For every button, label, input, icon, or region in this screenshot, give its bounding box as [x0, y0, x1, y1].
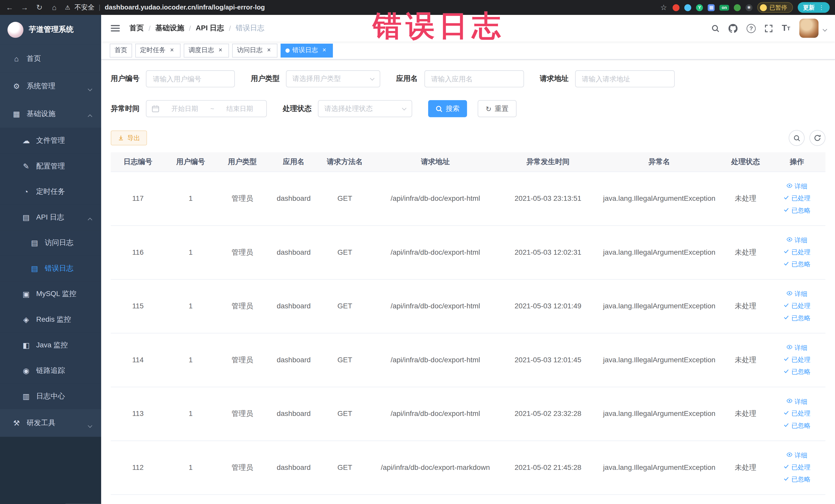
- tab-job-log[interactable]: 调度日志×: [184, 43, 229, 57]
- sidebar-item-infra[interactable]: ▦基础设施: [0, 100, 101, 128]
- search-button[interactable]: 搜索: [428, 100, 467, 117]
- update-button[interactable]: 更新 ⋮: [798, 2, 830, 13]
- sidebar-item-home[interactable]: ⌂首页: [0, 45, 101, 73]
- sidebar-item-mysql[interactable]: ▣MySQL 监控: [0, 281, 101, 307]
- extension-leaf-icon[interactable]: [734, 4, 741, 11]
- breadcrumb-item[interactable]: API 日志: [196, 23, 224, 33]
- breadcrumb-item[interactable]: 首页: [129, 23, 144, 33]
- cell-actions: 详细已处理已忽略: [769, 441, 826, 495]
- sidebar-item-file[interactable]: ☁文件管理: [0, 128, 101, 154]
- cell-user-id: 1: [165, 387, 216, 441]
- close-icon[interactable]: ×: [168, 47, 176, 54]
- mark-ignored-link[interactable]: 已忽略: [771, 312, 823, 324]
- action-label: 已处理: [791, 461, 811, 473]
- extension-on-badge[interactable]: on: [719, 5, 729, 11]
- extension-red-icon[interactable]: [673, 4, 680, 11]
- extension-pin-icon[interactable]: ✱: [746, 4, 752, 11]
- sidebar-item-job[interactable]: ◔定时任务: [0, 179, 101, 205]
- app-name-input[interactable]: [431, 75, 517, 83]
- extension-green-icon[interactable]: Y: [696, 4, 703, 11]
- detail-link[interactable]: 详细: [771, 342, 823, 354]
- search-icon[interactable]: [712, 24, 719, 32]
- action-label: 已处理: [791, 246, 811, 258]
- sidebar-item-log-center[interactable]: ▥日志中心: [0, 384, 101, 409]
- chevron-down-icon[interactable]: [823, 23, 826, 33]
- cell-log-id: 116: [111, 225, 165, 279]
- mark-processed-link[interactable]: 已处理: [771, 408, 823, 420]
- action-label: 已忽略: [791, 420, 811, 431]
- detail-link[interactable]: 详细: [771, 396, 823, 408]
- hamburger-menu-icon[interactable]: [109, 23, 121, 33]
- detail-link[interactable]: 详细: [771, 235, 823, 246]
- check-icon: [783, 461, 789, 473]
- extension-blue-icon[interactable]: [684, 4, 691, 11]
- extension-grid-icon[interactable]: ▦: [708, 4, 715, 11]
- sidebar-item-access-log[interactable]: ▤访问日志: [0, 230, 101, 256]
- sidebar-item-config[interactable]: ✎配置管理: [0, 153, 101, 179]
- action-label: 已处理: [791, 300, 811, 312]
- exception-time-range-picker[interactable]: 开始日期 ~ 结束日期: [146, 100, 267, 117]
- fullscreen-icon[interactable]: [765, 24, 773, 32]
- user-type-select[interactable]: 请选择用户类型: [286, 70, 380, 87]
- sidebar-item-redis[interactable]: ◈Redis 监控: [0, 307, 101, 332]
- mark-processed-link[interactable]: 已处理: [771, 246, 823, 258]
- sidebar-item-label: 首页: [27, 54, 41, 63]
- logo[interactable]: 芋道管理系统: [0, 15, 101, 45]
- user-id-input[interactable]: [153, 75, 228, 83]
- redis-icon: ◈: [21, 315, 31, 324]
- browser-home-icon[interactable]: ⌂: [50, 3, 59, 12]
- cell-status: 未处理: [722, 333, 768, 387]
- mark-ignored-link[interactable]: 已忽略: [771, 204, 823, 216]
- tab-error-log[interactable]: 错误日志×: [281, 43, 333, 57]
- request-url-input[interactable]: [582, 75, 668, 83]
- reload-icon[interactable]: ↻: [35, 3, 44, 12]
- tab-home[interactable]: 首页: [109, 43, 132, 57]
- github-icon[interactable]: [729, 24, 737, 33]
- sidebar-item-java[interactable]: ◧Java 监控: [0, 332, 101, 358]
- table-row: 1131管理员dashboardGET/api/infra/db-doc/exp…: [111, 387, 826, 441]
- mark-ignored-link[interactable]: 已忽略: [771, 366, 823, 378]
- refresh-button[interactable]: [809, 130, 825, 146]
- tab-cron-job[interactable]: 定时任务×: [135, 43, 180, 57]
- help-icon[interactable]: ?: [747, 24, 756, 33]
- sidebar-item-devtools[interactable]: ⚒研发工具: [0, 409, 101, 437]
- reset-button-label: 重置: [495, 104, 509, 114]
- logo-title: 芋道管理系统: [29, 25, 74, 35]
- back-icon[interactable]: ←: [5, 3, 14, 12]
- close-icon[interactable]: ×: [217, 47, 224, 54]
- sidebar-item-label: 文件管理: [36, 136, 65, 145]
- detail-link[interactable]: 详细: [771, 449, 823, 461]
- tab-access-log[interactable]: 访问日志×: [232, 43, 278, 57]
- mark-processed-link[interactable]: 已处理: [771, 354, 823, 366]
- table-row: 1151管理员dashboardGET/api/infra/db-doc/exp…: [111, 279, 826, 333]
- detail-link[interactable]: 详细: [771, 288, 823, 300]
- mark-ignored-link[interactable]: 已忽略: [771, 473, 823, 485]
- breadcrumb-item[interactable]: 基础设施: [155, 23, 184, 33]
- sidebar-item-trace[interactable]: ◉链路追踪: [0, 358, 101, 384]
- sidebar-item-api-log[interactable]: ▤API 日志: [0, 205, 101, 230]
- forward-icon[interactable]: →: [20, 3, 29, 12]
- sidebar-item-system[interactable]: ⚙系统管理: [0, 73, 101, 100]
- kebab-menu-icon[interactable]: ⋮: [819, 4, 824, 11]
- export-button[interactable]: 导出: [111, 130, 147, 145]
- mark-processed-link[interactable]: 已处理: [771, 461, 823, 473]
- close-icon[interactable]: ×: [321, 47, 328, 54]
- close-icon[interactable]: ×: [265, 47, 272, 54]
- detail-link[interactable]: 详细: [771, 181, 823, 193]
- mark-ignored-link[interactable]: 已忽略: [771, 258, 823, 270]
- cell-time: 2021-05-02 23:32:28: [500, 387, 596, 441]
- hide-search-button[interactable]: [789, 130, 805, 146]
- reset-button[interactable]: ↻ 重置: [478, 100, 516, 117]
- bookmark-star-icon[interactable]: ☆: [659, 3, 668, 12]
- sidebar-item-error-log[interactable]: ▤错误日志: [0, 256, 101, 281]
- avatar[interactable]: [799, 19, 819, 38]
- mark-ignored-link[interactable]: 已忽略: [771, 420, 823, 431]
- tools-icon: ⚒: [12, 419, 21, 427]
- paused-button[interactable]: 已暂停: [757, 2, 793, 13]
- process-status-select[interactable]: 请选择处理状态: [318, 100, 412, 117]
- address-bar[interactable]: ⚠ 不安全 | dashboard.yudao.iocoder.cn/infra…: [65, 3, 653, 12]
- mark-processed-link[interactable]: 已处理: [771, 193, 823, 204]
- mark-processed-link[interactable]: 已处理: [771, 300, 823, 312]
- breadcrumb-separator: /: [229, 24, 231, 32]
- font-size-icon[interactable]: TT: [782, 23, 790, 33]
